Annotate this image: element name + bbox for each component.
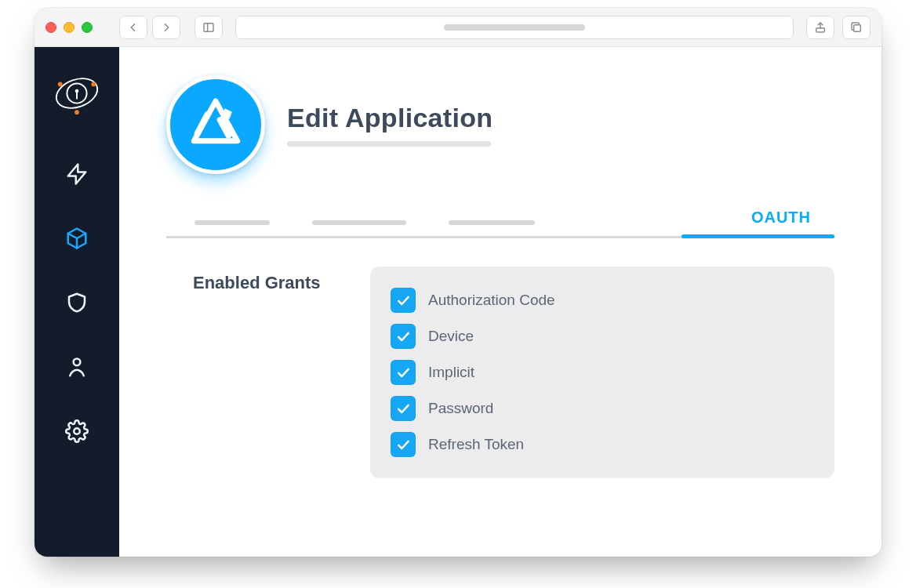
browser-window: Edit Application . . . OAUTH Enabled Gra… [35,8,881,557]
tab-placeholder-1[interactable]: . [194,205,270,236]
checkbox[interactable] [391,432,416,457]
sidebar-item-users[interactable] [60,350,94,384]
title-underline [287,141,491,147]
svg-point-9 [91,82,96,86]
check-icon [395,328,411,344]
grant-label: Refresh Token [428,436,524,453]
brand-logo[interactable] [53,69,101,121]
svg-rect-0 [204,23,213,31]
application-avatar [166,75,265,174]
svg-point-14 [74,428,80,434]
grant-item: Authorization Code [391,282,814,318]
grant-item: Implicit [391,354,814,390]
grant-item: Refresh Token [391,426,814,463]
close-window-icon[interactable] [45,22,56,33]
back-button[interactable] [119,16,147,39]
share-button[interactable] [806,16,834,39]
sidebar-item-settings[interactable] [60,414,94,448]
check-icon [395,401,411,416]
bolt-icon [65,162,89,186]
tab-oauth[interactable]: OAUTH [747,205,816,236]
checkbox[interactable] [391,324,416,349]
active-tab-underline [682,234,834,238]
grant-label: Implicit [428,364,474,381]
grant-label: Password [428,400,493,417]
user-icon [65,355,89,379]
checkbox[interactable] [391,360,416,385]
tab-bar: . . . OAUTH [166,205,834,238]
sidebar [35,47,119,557]
svg-point-10 [75,110,79,114]
check-icon [395,292,411,308]
gear-icon [65,419,89,443]
checkbox[interactable] [391,396,416,421]
svg-marker-11 [68,165,86,184]
svg-rect-3 [854,24,861,31]
minimize-window-icon[interactable] [64,22,75,33]
tab-placeholder-2[interactable]: . [312,205,406,236]
tabs-button[interactable] [842,16,871,39]
sidebar-item-security[interactable] [60,285,94,320]
titlebar [35,8,881,47]
checkbox[interactable] [391,288,416,313]
cube-icon [65,227,89,250]
shield-icon [65,291,89,314]
maximize-window-icon[interactable] [82,22,93,33]
grant-item: Password [391,390,814,426]
check-icon [395,437,411,452]
grants-panel: Authorization Code Device Implicit Passw… [370,267,834,478]
window-controls [45,22,93,33]
grant-label: Device [428,328,474,345]
section-label-enabled-grants: Enabled Grants [166,267,339,478]
address-placeholder [444,24,585,31]
address-bar[interactable] [235,16,794,39]
main-content: Edit Application . . . OAUTH Enabled Gra… [119,47,881,557]
svg-point-8 [58,82,63,86]
tab-placeholder-3[interactable]: . [449,205,535,236]
app-tools-icon [187,96,245,154]
grant-item: Device [391,318,814,354]
svg-point-13 [74,358,81,365]
grant-label: Authorization Code [428,292,555,309]
sidebar-item-activity[interactable] [60,157,94,191]
app-body: Edit Application . . . OAUTH Enabled Gra… [35,47,881,557]
sidebar-item-applications[interactable] [60,221,94,256]
forward-button[interactable] [152,16,180,39]
check-icon [395,365,411,380]
svg-rect-15 [193,111,211,137]
page-title: Edit Application [287,103,493,133]
sidebar-toggle-button[interactable] [194,16,223,39]
